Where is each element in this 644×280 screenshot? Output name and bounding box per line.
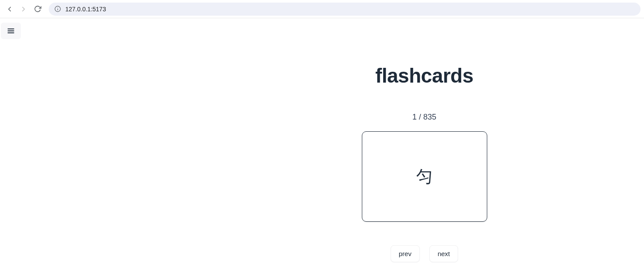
page-body: flashcards 1 / 835 匀 prev next [0, 18, 644, 280]
card-counter: 1 / 835 [412, 113, 436, 122]
flashcard-front-text: 匀 [416, 166, 433, 188]
info-icon [54, 6, 61, 13]
browser-toolbar: 127.0.0.1:5173 [0, 0, 644, 18]
reload-button[interactable] [31, 3, 44, 15]
back-button[interactable] [3, 3, 16, 15]
url-text: 127.0.0.1:5173 [65, 6, 106, 13]
nav-controls: prev next [391, 245, 459, 262]
address-bar[interactable]: 127.0.0.1:5173 [49, 3, 641, 16]
arrow-left-icon [6, 5, 13, 13]
prev-button[interactable]: prev [391, 245, 420, 262]
hamburger-icon [7, 27, 15, 35]
arrow-right-icon [20, 5, 27, 13]
flashcard[interactable]: 匀 [362, 131, 487, 222]
page-title: flashcards [375, 64, 473, 87]
reload-icon [34, 5, 41, 13]
main-content: flashcards 1 / 835 匀 prev next [205, 18, 644, 262]
next-button[interactable]: next [429, 245, 458, 262]
forward-button[interactable] [17, 3, 30, 15]
menu-button[interactable] [1, 23, 21, 39]
